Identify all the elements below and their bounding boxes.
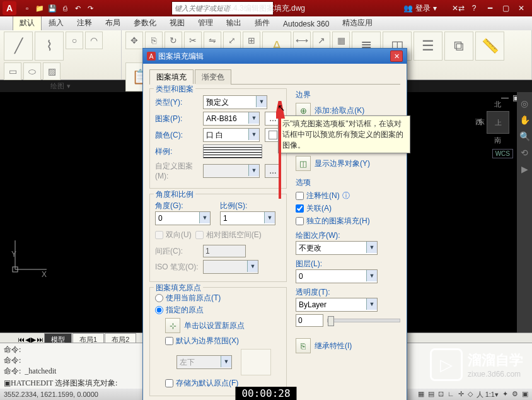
trim-tool-icon[interactable]: ✂ [184,32,202,49]
tab-annotate[interactable]: 注释 [71,16,98,30]
mirror-tool-icon[interactable]: ⇋ [204,32,221,49]
tab-a360[interactable]: Autodesk 360 [277,18,335,30]
chk-associative[interactable]: 关联(A) [296,203,400,214]
group-tool-icon[interactable]: ⧉ [444,32,473,61]
minimize-button[interactable]: ━ [483,3,497,14]
chevron-down-icon[interactable]: ▼ [264,212,275,223]
tab-layout[interactable]: 布局 [99,16,127,30]
nav-pan-icon[interactable]: ✋ [519,115,530,126]
nav-showmotion-icon[interactable]: ▶ [519,164,530,175]
pattern-sample[interactable] [203,144,262,158]
login-dropdown-icon[interactable]: ▾ [433,4,437,13]
tab-view[interactable]: 视图 [163,16,191,30]
tab-addins[interactable]: 插件 [248,16,276,30]
nav-zoom-icon[interactable]: 🔍 [519,131,530,143]
viewcube-face[interactable]: 上 [487,111,509,134]
radio-specified-origin[interactable]: 指定的原点 [155,305,281,315]
radio-current-origin[interactable]: 使用当前原点(T) [155,293,281,303]
status-scale-label[interactable]: 人 1:1▾ [477,390,499,399]
dialog-titlebar[interactable]: A图案填充编辑 ✕ [143,49,407,64]
status-annoscale-icon[interactable]: ✦ [502,390,508,399]
combo-transparency[interactable]: ByLayer▼ [296,298,378,312]
chevron-down-icon[interactable]: ▼ [366,298,377,310]
status-model-icon[interactable]: ▦ [418,390,424,399]
status-snap-icon[interactable]: ⊡ [438,390,444,399]
qat-redo-icon[interactable]: ↷ [84,3,96,14]
status-workspace-icon[interactable]: ⚙ [512,390,518,399]
rotate-tool-icon[interactable]: ↻ [165,32,182,49]
user-icon[interactable]: 👥 [403,4,413,13]
properties-tool-icon[interactable]: ☰ [413,32,442,61]
tab-featured[interactable]: 精选应用 [336,16,379,30]
qat-save-icon[interactable]: 💾 [47,3,58,14]
chevron-down-icon[interactable]: ▼ [248,129,259,140]
status-grid-icon[interactable]: ▤ [428,390,434,399]
chevron-down-icon[interactable]: ▼ [256,96,267,107]
status-ortho-icon[interactable]: ∟ [448,390,454,399]
btn-show-boundary[interactable]: ◫显示边界对象(Y) [296,156,400,171]
dialog-tab-hatch[interactable]: 图案填充 [149,69,194,85]
btn-set-origin[interactable]: ⊹单击以设置新原点 [165,318,281,333]
combo-angle[interactable]: 0▼ [155,211,211,225]
leader-tool-icon[interactable]: ↗ [313,32,330,49]
transparency-slider[interactable] [327,319,400,322]
rect-tool-icon[interactable]: ▭ [4,62,21,80]
maximize-button[interactable]: ▢ [499,3,512,14]
command-prompt[interactable]: HATCHEDIT 选择图案填充对象: [11,378,117,389]
combo-scale[interactable]: 1▼ [220,211,275,225]
table-tool-icon[interactable]: ▦ [332,32,350,49]
qat-print-icon[interactable]: ⎙ [59,3,71,14]
utilities-tool-icon[interactable]: 📏 [475,32,504,61]
login-link[interactable]: 登录 [415,3,431,14]
dim-tool-icon[interactable]: ⟷ [293,32,311,49]
combo-color[interactable]: 口 白▼ [203,128,260,142]
status-polar-icon[interactable]: ✛ [458,390,464,399]
copy-tool-icon[interactable]: ⎘ [145,32,163,49]
polyline-tool-icon[interactable]: ⌇ [35,32,64,61]
exchange-icon[interactable]: ✕⇄ [451,3,465,14]
close-button[interactable]: ✕ [514,3,528,14]
dialog-tab-gradient[interactable]: 渐变色 [195,69,231,85]
chevron-down-icon[interactable]: ▼ [248,112,259,124]
combo-pattern[interactable]: AR-B816▼ [203,112,260,126]
qat-undo-icon[interactable]: ↶ [72,3,83,14]
line-tool-icon[interactable]: ╱ [4,32,33,61]
btn-inherit[interactable]: ⎘继承特性(I) [296,338,400,353]
status-clean-icon[interactable]: ▣ [522,390,528,399]
info-icon[interactable]: ⓘ [342,191,350,201]
slider-thumb[interactable] [328,316,334,326]
tab-default[interactable]: 默认 [13,15,42,30]
transparency-value[interactable]: 0 [296,314,323,327]
arc-tool-icon[interactable]: ◠ [85,32,103,49]
chevron-down-icon[interactable]: ▼ [366,242,377,253]
tab-manage[interactable]: 管理 [192,16,219,30]
circle-tool-icon[interactable]: ○ [66,32,83,49]
qat-open-icon[interactable]: 📁 [34,3,45,14]
qat-new-icon[interactable]: ▫ [21,3,33,14]
help-icon[interactable]: ? [467,3,481,14]
combo-draworder[interactable]: 不更改▼ [296,241,378,255]
chevron-down-icon[interactable]: ▼ [366,270,377,281]
ellipse-tool-icon[interactable]: ⬭ [23,62,41,80]
nav-wheel-icon[interactable]: ◎ [519,98,530,110]
status-osnap-icon[interactable]: ◇ [468,390,473,399]
tab-output[interactable]: 输出 [220,16,248,30]
tab-parametric[interactable]: 参数化 [127,16,163,30]
chevron-down-icon[interactable]: ▼ [199,212,210,223]
app-menu-icon[interactable]: A [3,1,16,15]
custom-browse-button: … [265,164,281,178]
scale-tool-icon[interactable]: ⤢ [223,32,241,49]
combo-layer[interactable]: 0▼ [296,269,378,283]
nav-orbit-icon[interactable]: ⟲ [519,148,530,159]
chk-annotative[interactable]: 注释性(N) ⓘ [296,191,400,201]
chk-separate[interactable]: 独立的图案填充(H) [296,216,400,226]
move-tool-icon[interactable]: ✥ [125,32,143,49]
dialog-close-button[interactable]: ✕ [390,50,403,62]
hatch-tool-icon[interactable]: ▨ [43,62,61,80]
array-tool-icon[interactable]: ⊞ [243,32,260,49]
chk-default-extents[interactable]: 默认为边界范围(X) [165,336,281,346]
ribbon-group-draw-label[interactable]: 绘图 ▾ [4,80,117,92]
viewcube[interactable]: 北 西 东 南 上 [475,100,519,144]
combo-type[interactable]: 预定义▼ [203,95,267,109]
tab-insert[interactable]: 插入 [42,16,70,30]
